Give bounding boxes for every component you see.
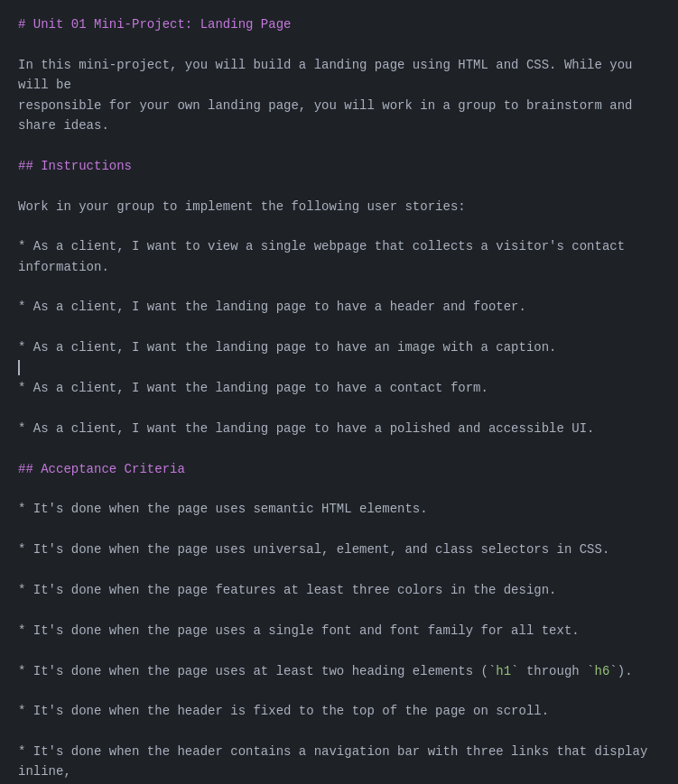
user-story-3-text: * As a client, I want the landing page t… <box>18 340 557 355</box>
criteria-7-text: * It's done when the header contains a n… <box>18 744 647 784</box>
heading2-acceptance: ## Acceptance Criteria <box>18 462 185 476</box>
criteria-5: * It's done when the page uses at least … <box>18 661 660 681</box>
blank-line <box>18 176 660 196</box>
user-story-4-text: * As a client, I want the landing page t… <box>18 381 488 395</box>
criteria-5-after: `). <box>609 664 632 678</box>
blank-line <box>18 560 660 580</box>
user-story-5-text: * As a client, I want the landing page t… <box>18 421 595 436</box>
heading2-instructions: ## Instructions <box>18 159 132 173</box>
intro-text: In this mini-project, you will build a l… <box>18 58 633 133</box>
criteria-6: * It's done when the header is fixed to … <box>18 701 660 721</box>
criteria-4-text: * It's done when the page uses a single … <box>18 623 580 638</box>
criteria-5-middle: ` through ` <box>511 664 594 678</box>
blank-line <box>18 34 660 54</box>
user-story-2-text: * As a client, I want the landing page t… <box>18 300 526 314</box>
work-in-group-line: Work in your group to implement the foll… <box>18 197 660 217</box>
blank-line <box>18 520 660 540</box>
work-in-group-text: Work in your group to implement the foll… <box>18 199 466 214</box>
criteria-5-code1: h1 <box>496 664 511 678</box>
blank-line <box>18 722 660 742</box>
user-story-4: * As a client, I want the landing page t… <box>18 378 660 398</box>
acceptance-heading: ## Acceptance Criteria <box>18 459 660 479</box>
user-story-1-text: * As a client, I want to view a single w… <box>18 239 625 273</box>
blank-line <box>18 681 660 701</box>
criteria-5-code2: h6 <box>595 664 610 678</box>
blank-line <box>18 318 660 337</box>
user-story-1: * As a client, I want to view a single w… <box>18 236 660 277</box>
user-story-5: * As a client, I want the landing page t… <box>18 419 660 438</box>
criteria-2: * It's done when the page uses universal… <box>18 540 660 559</box>
user-story-3: * As a client, I want the landing page t… <box>18 337 660 357</box>
blank-line <box>18 135 660 155</box>
blank-line <box>18 600 660 620</box>
intro-paragraph: In this mini-project, you will build a l… <box>18 55 660 136</box>
criteria-5-before: * It's done when the page uses at least … <box>18 664 496 678</box>
criteria-1: * It's done when the page uses semantic … <box>18 499 660 519</box>
line-heading1: # Unit 01 Mini-Project: Landing Page <box>18 14 660 34</box>
text-cursor <box>18 360 20 375</box>
heading1-text: # Unit 01 Mini-Project: Landing Page <box>18 17 291 32</box>
criteria-6-text: * It's done when the header is fixed to … <box>18 704 549 718</box>
instructions-heading: ## Instructions <box>18 156 660 176</box>
criteria-4: * It's done when the page uses a single … <box>18 621 660 641</box>
user-story-2: * As a client, I want the landing page t… <box>18 297 660 317</box>
blank-line <box>18 479 660 499</box>
document-content: # Unit 01 Mini-Project: Landing Page In … <box>18 14 660 784</box>
blank-line <box>18 277 660 297</box>
criteria-2-text: * It's done when the page uses universal… <box>18 542 609 557</box>
criteria-3-text: * It's done when the page features at le… <box>18 583 557 597</box>
blank-line <box>18 398 660 418</box>
cursor-line <box>18 358 660 378</box>
criteria-7: * It's done when the header contains a n… <box>18 742 660 784</box>
criteria-3: * It's done when the page features at le… <box>18 580 660 600</box>
criteria-1-text: * It's done when the page uses semantic … <box>18 502 428 516</box>
blank-line <box>18 438 660 458</box>
blank-line <box>18 641 660 660</box>
blank-line <box>18 217 660 236</box>
